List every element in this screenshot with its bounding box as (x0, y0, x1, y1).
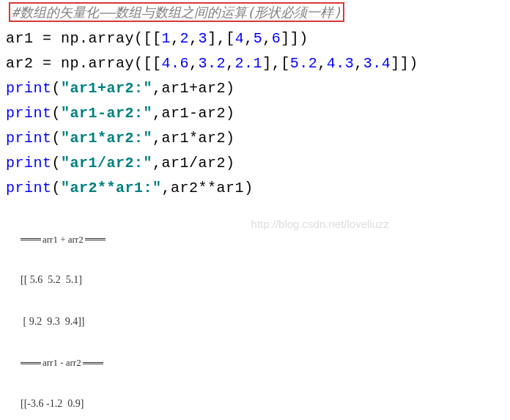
num: 3.2 (199, 55, 226, 72)
code-line-1: ar1 = np.array([[1,2,3],[4,5,6]]) (6, 29, 510, 48)
string-literal: ar1*ar2: (70, 130, 144, 147)
expr: ar2**ar1 (171, 180, 244, 196)
num: 3 (199, 30, 208, 47)
code-line-2: ar2 = np.array([[4.6,3.2,2.1],[5.2,4.3,3… (6, 54, 510, 73)
num: 5.2 (290, 55, 318, 72)
code-text: ],[ (262, 55, 290, 72)
print-keyword: print (6, 80, 52, 97)
print-keyword: print (6, 180, 52, 196)
num: 2.1 (235, 55, 263, 72)
num: 4.6 (162, 55, 190, 72)
num: 5 (254, 30, 263, 47)
print-keyword: print (6, 155, 52, 172)
code-text: ar2 = np.array([[ (6, 55, 162, 72)
num: 4.3 (327, 55, 355, 72)
num: 2 (180, 30, 190, 47)
code-text: ar1 = np.array([[ (6, 30, 162, 47)
num: 1 (162, 30, 171, 47)
comment-highlight-box: #数组的矢量化——数组与数组之间的运算(形状必须一样) (9, 2, 344, 22)
print-keyword: print (6, 105, 52, 122)
num: 3.4 (363, 55, 391, 72)
comment-text: #数组的矢量化——数组与数组之间的运算(形状必须一样) (12, 4, 341, 20)
comment-line: #数组的矢量化——数组与数组之间的运算(形状必须一样) (6, 3, 510, 22)
string-literal: ar2**ar1: (70, 180, 153, 196)
expr: ar1/ar2 (162, 155, 226, 172)
code-text: ]]) (391, 55, 418, 72)
print-keyword: print (6, 130, 52, 147)
code-line-print-4: print("ar1/ar2:",ar1/ar2) (6, 154, 510, 173)
output-label: arr1 - arr2 (41, 356, 83, 369)
output-label: arr1 + arr2 (41, 233, 85, 246)
num: 6 (272, 30, 281, 47)
string-literal: ar1-ar2: (70, 105, 144, 122)
code-text: ]]) (281, 30, 308, 47)
code-text: ],[ (207, 30, 235, 47)
code-line-print-1: print("ar1+ar2:",ar1+ar2) (6, 79, 510, 98)
output-header: arr1 + arr2 (21, 233, 510, 246)
output-header: arr1 - arr2 (21, 356, 510, 369)
output-row: [[-3.6 -1.2 0.9] (21, 397, 510, 411)
expr: ar1*ar2 (162, 130, 226, 147)
output-row: [[ 5.6 5.2 5.1] (21, 273, 510, 287)
output-block: arr1 + arr2 [[ 5.6 5.2 5.1] [ 9.2 9.3 9.… (21, 205, 510, 420)
string-literal: ar1/ar2: (70, 155, 144, 172)
num: 4 (235, 30, 245, 47)
code-line-print-2: print("ar1-ar2:",ar1-ar2) (6, 104, 510, 123)
expr: ar1+ar2 (162, 80, 226, 97)
code-line-print-3: print("ar1*ar2:",ar1*ar2) (6, 129, 510, 148)
string-literal: ar1+ar2: (70, 80, 144, 97)
output-row: [ 9.2 9.3 9.4]] (21, 315, 510, 329)
code-line-print-5: print("ar2**ar1:",ar2**ar1) (6, 179, 510, 198)
expr: ar1-ar2 (162, 105, 226, 122)
